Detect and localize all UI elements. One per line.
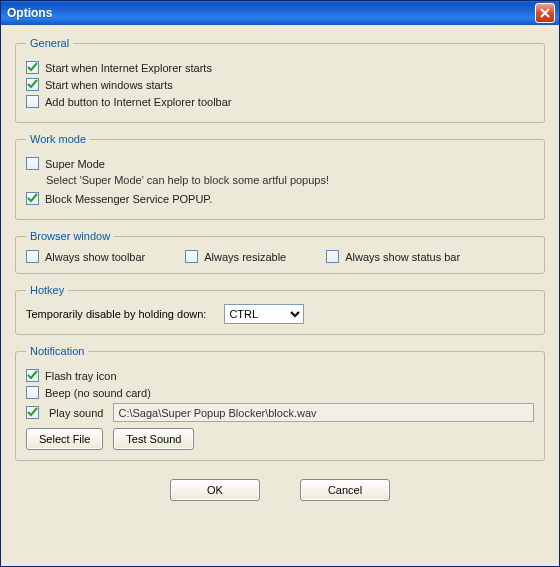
test-sound-button[interactable]: Test Sound bbox=[113, 428, 194, 450]
window-title: Options bbox=[7, 6, 52, 20]
hint-super-mode: Select 'Super Mode' can help to block so… bbox=[46, 174, 534, 186]
client-area: General Start when Internet Explorer sta… bbox=[1, 25, 559, 566]
dialog-button-row: OK Cancel bbox=[15, 471, 545, 503]
label-start-win[interactable]: Start when windows starts bbox=[45, 79, 173, 91]
legend-hotkey: Hotkey bbox=[26, 284, 68, 296]
input-sound-path[interactable] bbox=[113, 403, 534, 422]
checkbox-beep[interactable] bbox=[26, 386, 39, 399]
label-super-mode[interactable]: Super Mode bbox=[45, 158, 105, 170]
legend-browser-window: Browser window bbox=[26, 230, 114, 242]
label-play-sound[interactable]: Play sound bbox=[49, 407, 103, 419]
checkbox-resizable[interactable] bbox=[185, 250, 198, 263]
ok-button[interactable]: OK bbox=[170, 479, 260, 501]
group-general: General Start when Internet Explorer sta… bbox=[15, 37, 545, 123]
label-block-msgr[interactable]: Block Messenger Service POPUP. bbox=[45, 193, 212, 205]
checkbox-super-mode[interactable] bbox=[26, 157, 39, 170]
label-show-toolbar[interactable]: Always show toolbar bbox=[45, 251, 145, 263]
checkbox-statusbar[interactable] bbox=[326, 250, 339, 263]
label-hotkey: Temporarily disable by holding down: bbox=[26, 308, 206, 320]
titlebar: Options bbox=[1, 1, 559, 25]
options-dialog: Options General Start when Internet Expl… bbox=[0, 0, 560, 567]
checkbox-play-sound[interactable] bbox=[26, 406, 39, 419]
group-workmode: Work mode Super Mode Select 'Super Mode'… bbox=[15, 133, 545, 220]
select-file-button[interactable]: Select File bbox=[26, 428, 103, 450]
legend-workmode: Work mode bbox=[26, 133, 90, 145]
label-resizable[interactable]: Always resizable bbox=[204, 251, 286, 263]
group-notification: Notification Flash tray icon Beep (no so… bbox=[15, 345, 545, 461]
group-browser-window: Browser window Always show toolbar Alway… bbox=[15, 230, 545, 274]
group-hotkey: Hotkey Temporarily disable by holding do… bbox=[15, 284, 545, 335]
legend-general: General bbox=[26, 37, 73, 49]
label-flash-tray[interactable]: Flash tray icon bbox=[45, 370, 117, 382]
checkbox-block-msgr[interactable] bbox=[26, 192, 39, 205]
checkbox-add-toolbar[interactable] bbox=[26, 95, 39, 108]
checkbox-show-toolbar[interactable] bbox=[26, 250, 39, 263]
label-start-ie[interactable]: Start when Internet Explorer starts bbox=[45, 62, 212, 74]
select-hotkey[interactable]: CTRL bbox=[224, 304, 304, 324]
close-button[interactable] bbox=[535, 3, 555, 23]
checkbox-start-ie[interactable] bbox=[26, 61, 39, 74]
legend-notification: Notification bbox=[26, 345, 88, 357]
checkbox-start-win[interactable] bbox=[26, 78, 39, 91]
cancel-button[interactable]: Cancel bbox=[300, 479, 390, 501]
label-beep[interactable]: Beep (no sound card) bbox=[45, 387, 151, 399]
checkbox-flash-tray[interactable] bbox=[26, 369, 39, 382]
close-icon bbox=[540, 8, 550, 18]
label-statusbar[interactable]: Always show status bar bbox=[345, 251, 460, 263]
label-add-toolbar[interactable]: Add button to Internet Explorer toolbar bbox=[45, 96, 232, 108]
